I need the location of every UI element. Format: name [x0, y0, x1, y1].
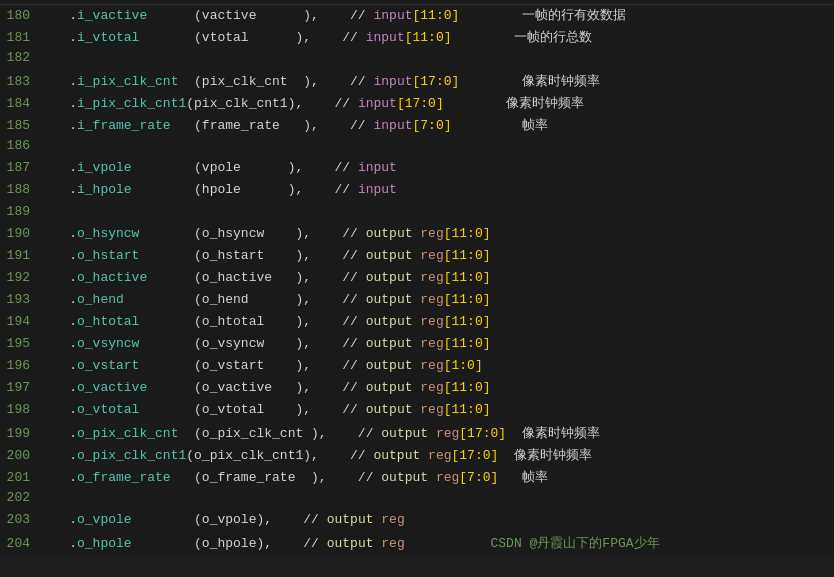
line-number: 203: [0, 512, 38, 527]
table-row: 183 .i_pix_clk_cnt (pix_clk_cnt ), // in…: [0, 71, 834, 93]
line-number: 191: [0, 248, 38, 263]
line-number: 201: [0, 470, 38, 485]
table-row: 199 .o_pix_clk_cnt (o_pix_clk_cnt ), // …: [0, 423, 834, 445]
table-row: 200 .o_pix_clk_cnt1(o_pix_clk_cnt1), // …: [0, 445, 834, 467]
line-number: 193: [0, 292, 38, 307]
line-number: 181: [0, 30, 38, 45]
line-number: 196: [0, 358, 38, 373]
line-content: .o_hend (o_hend ), // output reg[11:0]: [38, 292, 491, 307]
table-row: 192 .o_hactive (o_hactive ), // output r…: [0, 269, 834, 291]
line-content: .o_vsyncw (o_vsyncw ), // output reg[11:…: [38, 336, 491, 351]
line-content: .i_pix_clk_cnt1(pix_clk_cnt1), // input[…: [38, 94, 584, 112]
table-row: 180 .i_vactive (vactive ), // input[11:0…: [0, 5, 834, 27]
line-number: 187: [0, 160, 38, 175]
table-row: 182: [0, 49, 834, 71]
table-row: 189: [0, 203, 834, 225]
line-content: .o_vpole (o_vpole), // output reg: [38, 512, 405, 527]
table-row: 203 .o_vpole (o_vpole), // output reg: [0, 511, 834, 533]
table-row: 197 .o_vactive (o_vactive ), // output r…: [0, 379, 834, 401]
line-number: 202: [0, 490, 38, 505]
line-number: 199: [0, 426, 38, 441]
line-number: 195: [0, 336, 38, 351]
table-row: 202: [0, 489, 834, 511]
line-content: .o_vstart (o_vstart ), // output reg[1:0…: [38, 358, 483, 373]
table-row: 181 .i_vtotal (vtotal ), // input[11:0] …: [0, 27, 834, 49]
table-row: 194 .o_htotal (o_htotal ), // output reg…: [0, 313, 834, 335]
line-content: .o_pix_clk_cnt (o_pix_clk_cnt ), // outp…: [38, 424, 600, 442]
empty-line: [38, 204, 46, 219]
line-number: 183: [0, 74, 38, 89]
empty-line: [38, 490, 46, 505]
line-number: 197: [0, 380, 38, 395]
line-number: 204: [0, 536, 38, 551]
line-number: 198: [0, 402, 38, 417]
line-content: .o_vactive (o_vactive ), // output reg[1…: [38, 380, 491, 395]
line-number: 182: [0, 50, 38, 65]
empty-line: [38, 50, 46, 65]
code-container: 180 .i_vactive (vactive ), // input[11:0…: [0, 0, 834, 555]
table-row: 196 .o_vstart (o_vstart ), // output reg…: [0, 357, 834, 379]
line-content: .i_pix_clk_cnt (pix_clk_cnt ), // input[…: [38, 72, 600, 90]
line-number: 194: [0, 314, 38, 329]
line-content: .i_vtotal (vtotal ), // input[11:0] 一帧的行…: [38, 28, 592, 46]
line-content: .o_frame_rate (o_frame_rate ), // output…: [38, 468, 548, 486]
line-content: .o_hpole (o_hpole), // output reg CSDN @…: [38, 534, 660, 552]
line-content: .i_vactive (vactive ), // input[11:0] 一帧…: [38, 6, 626, 24]
table-row: 190 .o_hsyncw (o_hsyncw ), // output reg…: [0, 225, 834, 247]
line-content: .o_hactive (o_hactive ), // output reg[1…: [38, 270, 491, 285]
line-number: 192: [0, 270, 38, 285]
line-number: 189: [0, 204, 38, 219]
line-content: .i_hpole (hpole ), // input: [38, 182, 397, 197]
table-row: 186: [0, 137, 834, 159]
line-content: .o_pix_clk_cnt1(o_pix_clk_cnt1), // outp…: [38, 446, 592, 464]
line-content: .o_htotal (o_htotal ), // output reg[11:…: [38, 314, 491, 329]
line-content: .i_vpole (vpole ), // input: [38, 160, 397, 175]
line-number: 188: [0, 182, 38, 197]
table-row: 187 .i_vpole (vpole ), // input: [0, 159, 834, 181]
line-content: .i_frame_rate (frame_rate ), // input[7:…: [38, 116, 548, 134]
line-number: 200: [0, 448, 38, 463]
table-row: 204 .o_hpole (o_hpole), // output reg CS…: [0, 533, 834, 555]
empty-line: [38, 138, 46, 153]
table-row: 185 .i_frame_rate (frame_rate ), // inpu…: [0, 115, 834, 137]
table-row: 195 .o_vsyncw (o_vsyncw ), // output reg…: [0, 335, 834, 357]
table-row: 184 .i_pix_clk_cnt1(pix_clk_cnt1), // in…: [0, 93, 834, 115]
line-number: 180: [0, 8, 38, 23]
table-row: 193 .o_hend (o_hend ), // output reg[11:…: [0, 291, 834, 313]
line-content: .o_vtotal (o_vtotal ), // output reg[11:…: [38, 402, 491, 417]
table-row: 191 .o_hstart (o_hstart ), // output reg…: [0, 247, 834, 269]
line-number: 190: [0, 226, 38, 241]
line-number: 184: [0, 96, 38, 111]
table-row: 201 .o_frame_rate (o_frame_rate ), // ou…: [0, 467, 834, 489]
table-row: 198 .o_vtotal (o_vtotal ), // output reg…: [0, 401, 834, 423]
table-row: 188 .i_hpole (hpole ), // input: [0, 181, 834, 203]
line-content: .o_hstart (o_hstart ), // output reg[11:…: [38, 248, 491, 263]
line-content: .o_hsyncw (o_hsyncw ), // output reg[11:…: [38, 226, 491, 241]
line-number: 186: [0, 138, 38, 153]
line-number: 185: [0, 118, 38, 133]
